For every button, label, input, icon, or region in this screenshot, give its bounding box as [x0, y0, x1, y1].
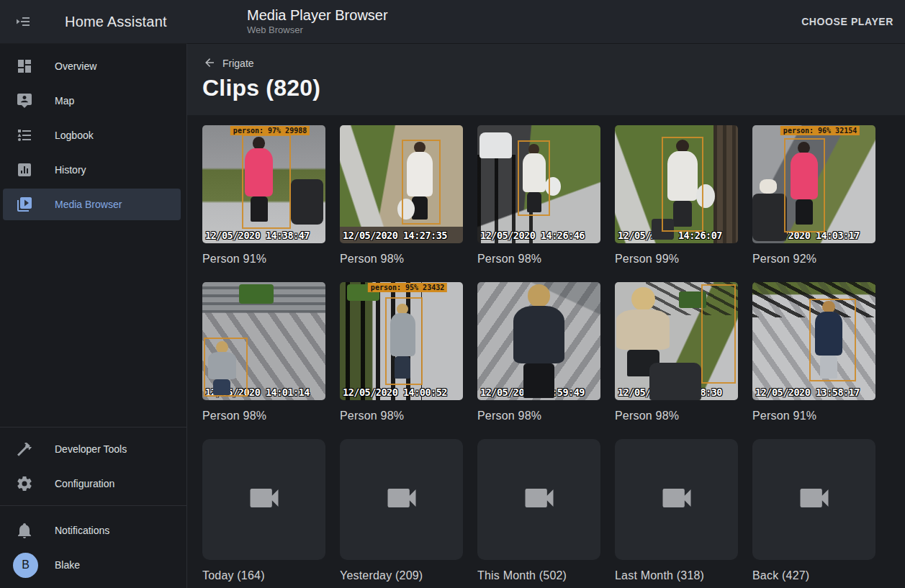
clip-caption: Person 98%: [477, 410, 600, 422]
sidebar-item-label: Developer Tools: [55, 443, 127, 455]
clip-card[interactable]: person: 96% 32154 12/05/2020 14:03:17 Pe…: [752, 125, 875, 266]
detection-bbox: [662, 137, 703, 231]
clip-card[interactable]: 12/05/2020 14:26:46 Person 98%: [477, 125, 600, 266]
menu-open-icon: [14, 22, 32, 32]
format-list-icon: [16, 127, 33, 144]
video-camera-icon: [521, 479, 558, 520]
clip-thumbnail: 12/05/2020 13:58:17: [752, 282, 875, 400]
app-title: Home Assistant: [65, 14, 167, 30]
clip-card[interactable]: 12/05/2020 14:26:07 Person 99%: [615, 125, 738, 266]
page-title-block: Media Player Browser Web Browser: [247, 7, 388, 36]
bell-icon: [16, 522, 33, 539]
breadcrumb-back-button[interactable]: [202, 56, 217, 71]
sidebar-item-user-profile[interactable]: B Blake: [0, 548, 186, 582]
detection-label: person: 95% 23432: [368, 283, 447, 292]
app-bar-left: Home Assistant: [0, 13, 187, 30]
choose-player-button[interactable]: CHOOSE PLAYER: [793, 9, 902, 35]
clip-timestamp-overlay: 12/05/2020 13:58:17: [755, 386, 860, 398]
sidebar-main-items: Overview Map Logbook History Media Brows…: [0, 44, 186, 222]
sidebar-spacer: [0, 222, 186, 427]
detection-bbox: [385, 297, 422, 384]
sidebar-item-logbook[interactable]: Logbook: [0, 118, 186, 153]
content-header: Frigate Clips (820): [187, 43, 905, 115]
folder-thumbnail: [615, 439, 738, 560]
clip-timestamp-overlay: 12/05/2020 14:00:52: [343, 386, 447, 398]
clip-caption: Person 98%: [340, 410, 463, 422]
detection-bbox: [701, 284, 736, 384]
media-folder-card[interactable]: This Month (502): [477, 439, 600, 582]
media-folder-card[interactable]: Today (164): [202, 439, 325, 582]
clip-caption: Person 99%: [615, 253, 738, 266]
media-folder-card[interactable]: Last Month (318): [615, 439, 738, 582]
sidebar-item-label: Notifications: [55, 525, 109, 536]
user-name: Blake: [55, 559, 80, 571]
detection-bbox: [204, 338, 248, 397]
clip-thumbnail: person: 96% 32154 12/05/2020 14:03:17: [752, 125, 875, 243]
clip-card[interactable]: 12/05/2020 13:58:30 Person 98%: [615, 282, 738, 422]
media-folder-card[interactable]: Back (427): [752, 439, 875, 582]
clip-card[interactable]: 12/05/2020 14:27:35 Person 98%: [340, 125, 463, 266]
clip-timestamp-overlay: 12/05/2020 14:27:35: [343, 230, 447, 241]
sidebar-item-media-browser[interactable]: Media Browser: [0, 187, 186, 222]
detection-label: person: 96% 32154: [780, 126, 860, 135]
folder-thumbnail: [477, 439, 600, 560]
cog-icon: [16, 475, 33, 492]
clip-thumbnail: 12/05/2020 14:01:14: [202, 282, 325, 400]
sidebar-item-label: History: [55, 164, 86, 176]
clip-timestamp-overlay: 12/05/2020 14:26:46: [480, 230, 585, 241]
clip-caption: Person 91%: [752, 410, 875, 422]
sidebar-item-overview[interactable]: Overview: [0, 49, 186, 83]
media-folder-card[interactable]: Yesterday (209): [340, 439, 463, 582]
sidebar-item-history[interactable]: History: [0, 153, 186, 187]
clip-caption: Person 98%: [615, 410, 738, 422]
clip-caption: Person 91%: [202, 253, 325, 266]
clip-card[interactable]: 12/05/2020 14:01:14 Person 98%: [202, 282, 325, 422]
sidebar-item-developer-tools[interactable]: Developer Tools: [0, 432, 186, 466]
clip-thumbnail: person: 95% 23432 12/05/2020 14:00:52: [340, 282, 463, 400]
hammer-icon: [16, 440, 33, 458]
detection-bbox: [784, 138, 824, 232]
clip-caption: Person 98%: [477, 253, 600, 266]
detection-bbox: [242, 135, 291, 229]
home-assistant-app: Home Assistant Media Player Browser Web …: [0, 0, 905, 588]
sidebar-item-notifications[interactable]: Notifications: [0, 513, 186, 548]
sidebar-item-label: Map: [55, 95, 74, 107]
app-bar: Home Assistant Media Player Browser Web …: [0, 0, 905, 43]
folder-thumbnail: [202, 439, 325, 560]
scene-accessory: [479, 132, 511, 158]
main-content: Frigate Clips (820) person: 97% 29988 12…: [187, 43, 905, 588]
clip-card[interactable]: person: 97% 29988 12/05/2020 14:38:47 Pe…: [202, 125, 325, 266]
clip-caption: Person 98%: [202, 410, 325, 422]
media-grid-scroll-area[interactable]: person: 97% 29988 12/05/2020 14:38:47 Pe…: [187, 115, 905, 588]
clip-card[interactable]: person: 95% 23432 12/05/2020 14:00:52 Pe…: [340, 282, 463, 422]
video-camera-icon: [796, 479, 833, 520]
sidebar-item-label: Logbook: [55, 130, 94, 141]
folder-caption: Back (427): [752, 569, 875, 582]
clip-timestamp-overlay: 12/05/2020 14:38:47: [205, 230, 310, 241]
play-box-multiple-icon: [16, 196, 33, 213]
sidebar-item-map[interactable]: Map: [0, 83, 186, 118]
sidebar-item-label: Configuration: [55, 478, 114, 489]
sidebar-toggle-button[interactable]: [14, 13, 32, 30]
clip-grid: person: 97% 29988 12/05/2020 14:38:47 Pe…: [202, 125, 905, 582]
clip-thumbnail: 12/05/2020 13:58:30: [615, 282, 738, 400]
sidebar-footer-items: Developer Tools Configuration: [0, 427, 186, 505]
sidebar-item-label: Media Browser: [55, 199, 122, 210]
clip-card[interactable]: 12/05/2020 13:58:17 Person 91%: [752, 282, 875, 422]
detection-bbox: [402, 140, 441, 225]
sidebar: Overview Map Logbook History Media Brows…: [0, 43, 187, 588]
breadcrumb-label[interactable]: Frigate: [222, 58, 254, 69]
sidebar-system-section: Notifications B Blake: [0, 505, 186, 588]
clip-caption: Person 92%: [752, 253, 875, 266]
video-camera-icon: [383, 479, 420, 520]
scene-accessory: [760, 179, 777, 194]
clip-card[interactable]: 12/05/2020 13:59:49 Person 98%: [477, 282, 600, 422]
video-camera-icon: [246, 479, 283, 520]
sidebar-item-configuration[interactable]: Configuration: [0, 466, 186, 501]
view-dashboard-icon: [16, 58, 33, 75]
panel-subtitle: Web Browser: [247, 25, 388, 36]
folder-caption: Last Month (318): [615, 569, 738, 582]
page-title: Clips (820): [202, 75, 905, 101]
clip-thumbnail: 12/05/2020 13:59:49: [477, 282, 600, 400]
folder-caption: This Month (502): [477, 569, 600, 582]
